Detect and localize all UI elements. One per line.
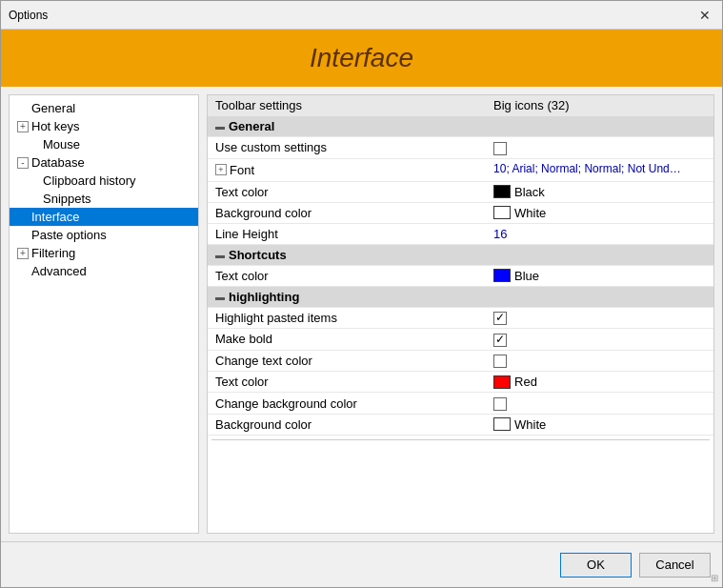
text-color-general-label: Text color (208, 181, 486, 202)
bg-color-hl-text: White (514, 417, 546, 432)
sidebar-item-advanced[interactable]: Advanced (10, 262, 198, 280)
sidebar-label-paste: Paste options (31, 228, 107, 242)
highlight-pasted-label: Highlight pasted items (208, 307, 486, 329)
section-general-header: ▬ General (208, 116, 713, 137)
text-color-shortcuts-text: Blue (514, 269, 539, 283)
text-color-shortcuts-value: Blue (493, 269, 706, 283)
window-title: Options (9, 9, 48, 22)
row-line-height: Line Height 16 (208, 223, 713, 244)
row-text-color-hl: Text color Red (208, 372, 713, 393)
text-color-shortcuts-label: Text color (208, 265, 486, 286)
text-color-general-swatch[interactable] (493, 185, 511, 198)
change-text-color-checkbox[interactable] (493, 355, 507, 368)
row-text-color-shortcuts: Text color Blue (208, 265, 713, 286)
row-make-bold: Make bold (208, 329, 713, 351)
use-custom-label: Use custom settings (208, 137, 486, 159)
cancel-button[interactable]: Cancel (639, 553, 711, 578)
sidebar-label-filtering: Filtering (31, 246, 75, 260)
text-color-hl-swatch[interactable] (493, 375, 511, 389)
text-color-general-text: Black (514, 185, 545, 199)
change-bg-color-checkbox[interactable] (493, 397, 507, 411)
section-shortcuts-header: ▬ Shortcuts (208, 244, 713, 265)
toolbar-value: Big icons (32) (486, 95, 713, 116)
line-height-value: 16 (493, 227, 507, 241)
sidebar-label-interface: Interface (31, 210, 80, 224)
section-general-label: General (229, 119, 274, 133)
expander-database: - (17, 157, 29, 169)
expander-hotkeys: + (17, 121, 29, 132)
row-bg-color-general: Background color White (208, 202, 713, 223)
use-custom-checkbox[interactable] (493, 142, 507, 155)
toolbar-label: Toolbar settings (208, 95, 486, 116)
expander-filtering: + (17, 248, 29, 259)
collapse-shortcuts-icon[interactable]: ▬ (215, 250, 225, 260)
row-bg-color-hl: Background color White (208, 414, 713, 435)
change-bg-color-label: Change background color (208, 393, 486, 415)
preview-area (211, 439, 710, 525)
line-height-label: Line Height (208, 223, 486, 244)
section-shortcuts-label: Shortcuts (229, 248, 287, 262)
bg-color-general-text: White (514, 206, 546, 220)
section-highlighting-header: ▬ highlighting (208, 286, 713, 307)
close-button[interactable]: ✕ (695, 6, 714, 25)
settings-table: Toolbar settings Big icons (32) ▬ Genera… (208, 95, 713, 436)
text-color-hl-label: Text color (208, 372, 486, 393)
text-color-hl-text: Red (514, 375, 537, 389)
toolbar-row: Toolbar settings Big icons (32) (208, 95, 713, 116)
font-value: 10; Arial; Normal; Normal; Not Underline… (493, 162, 684, 175)
make-bold-label: Make bold (208, 329, 486, 351)
make-bold-checkbox[interactable] (493, 334, 507, 347)
font-label: Font (230, 163, 254, 177)
text-color-hl-value: Red (493, 375, 706, 389)
highlight-pasted-checkbox[interactable] (493, 312, 507, 325)
collapse-general-icon[interactable]: ▬ (215, 121, 225, 132)
bg-color-hl-swatch[interactable] (493, 417, 511, 431)
text-color-shortcuts-swatch[interactable] (493, 269, 511, 282)
sidebar-item-filtering[interactable]: + Filtering (10, 244, 198, 262)
options-window: Options ✕ Interface General + Hot keys M… (0, 0, 723, 588)
main-panel: Toolbar settings Big icons (32) ▬ Genera… (207, 94, 714, 534)
content-area: General + Hot keys Mouse - Database Clip… (1, 87, 722, 541)
ok-button[interactable]: OK (560, 553, 632, 578)
sidebar-item-snippets[interactable]: Snippets (10, 190, 198, 208)
sidebar-label-clipboard: Clipboard history (43, 173, 136, 188)
row-change-text-color: Change text color (208, 350, 713, 372)
sidebar-label-hotkeys: Hot keys (31, 119, 80, 133)
row-use-custom: Use custom settings (208, 137, 713, 159)
sidebar-item-clipboard-history[interactable]: Clipboard history (10, 172, 198, 190)
bottom-bar: OK Cancel (1, 541, 722, 587)
sidebar-item-mouse[interactable]: Mouse (10, 135, 198, 153)
sidebar-label-mouse: Mouse (43, 137, 80, 152)
sidebar-item-paste-options[interactable]: Paste options (10, 226, 198, 244)
page-title: Interface (310, 43, 413, 73)
sidebar-label-general: General (31, 101, 75, 115)
sidebar-label-database: Database (31, 155, 85, 170)
row-change-bg-color: Change background color (208, 393, 713, 415)
resize-handle[interactable]: ⊞ (711, 573, 718, 583)
sidebar-label-advanced: Advanced (31, 264, 87, 278)
collapse-highlighting-icon[interactable]: ▬ (215, 292, 225, 302)
sidebar-label-snippets: Snippets (43, 192, 91, 206)
header-banner: Interface (1, 30, 722, 87)
bg-color-hl-label: Background color (208, 414, 486, 435)
row-text-color-general: Text color Black (208, 181, 713, 202)
sidebar-item-interface[interactable]: Interface (10, 208, 198, 226)
font-expand-icon[interactable]: + (215, 164, 227, 175)
bg-color-hl-value: White (493, 417, 706, 432)
row-highlight-pasted: Highlight pasted items (208, 307, 713, 329)
sidebar-item-database[interactable]: - Database (10, 153, 198, 172)
bg-color-general-label: Background color (208, 202, 486, 223)
bg-color-general-value: White (493, 206, 706, 220)
bg-color-general-swatch[interactable] (493, 206, 511, 219)
section-highlighting-label: highlighting (229, 290, 299, 304)
sidebar: General + Hot keys Mouse - Database Clip… (9, 94, 199, 534)
title-bar: Options ✕ (1, 1, 722, 30)
text-color-general-value: Black (493, 185, 706, 199)
sidebar-item-general[interactable]: General (10, 99, 198, 117)
sidebar-item-hotkeys[interactable]: + Hot keys (10, 117, 198, 135)
row-font: + Font 10; Arial; Normal; Normal; Not Un… (208, 158, 713, 181)
change-text-color-label: Change text color (208, 350, 486, 372)
